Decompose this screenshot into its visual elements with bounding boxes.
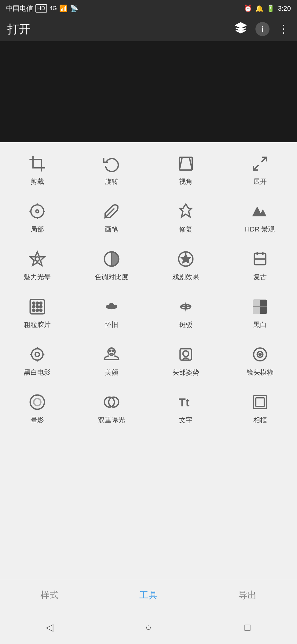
svg-point-34 <box>31 349 43 360</box>
system-nav: ◁ ○ □ <box>0 610 297 644</box>
svg-point-22 <box>36 302 38 304</box>
alarm-icon: ⏰ <box>244 5 252 13</box>
crop-icon <box>28 154 47 173</box>
status-bar: 中国电信 HD 4G 📶 📡 ⏰ 🔔 🔋 3:20 <box>0 0 297 17</box>
head-icon <box>176 345 196 364</box>
tool-label-frame: 相框 <box>253 416 267 425</box>
more-icon[interactable]: ⋮ <box>278 23 290 35</box>
tool-item-expand[interactable]: 展开 <box>223 145 297 193</box>
text-icon: Tt <box>176 392 196 412</box>
expand-icon <box>250 154 270 173</box>
layers-icon[interactable] <box>235 22 247 37</box>
perspective-icon <box>176 154 196 173</box>
glamour-icon <box>28 249 47 269</box>
home-button[interactable]: ○ <box>139 618 158 636</box>
tool-item-bw[interactable]: 黑白 <box>223 288 297 336</box>
bw-icon <box>250 297 270 316</box>
tool-item-hdr[interactable]: HDR 景观 <box>223 193 297 241</box>
svg-point-25 <box>36 306 38 308</box>
tool-item-nostalgia[interactable]: 怀旧 <box>74 288 148 336</box>
tool-item-rotate[interactable]: 旋转 <box>74 145 148 193</box>
tool-item-vignette[interactable]: 晕影 <box>0 384 74 431</box>
status-right: ⏰ 🔔 🔋 3:20 <box>244 5 291 13</box>
svg-point-23 <box>40 302 42 304</box>
svg-point-5 <box>31 205 44 218</box>
nav-export[interactable]: 导出 <box>226 586 269 605</box>
tool-item-crop[interactable]: 剪裁 <box>0 145 74 193</box>
hd-badge: HD <box>35 4 47 13</box>
tool-item-bwfilm[interactable]: 黑白电影 <box>0 336 74 384</box>
nav-style[interactable]: 样式 <box>28 586 71 605</box>
tool-item-frame[interactable]: 相框 <box>223 384 297 431</box>
svg-point-41 <box>109 350 111 352</box>
svg-point-26 <box>40 306 42 308</box>
tool-label-vignette: 晕影 <box>31 416 44 425</box>
tool-item-head[interactable]: 头部姿势 <box>148 336 223 384</box>
tool-label-text: 文字 <box>179 416 193 425</box>
tool-item-brush[interactable]: 画笔 <box>74 193 148 241</box>
nav-tools[interactable]: 工具 <box>127 586 170 605</box>
tool-label-local: 局部 <box>31 225 44 234</box>
tools-grid: 剪裁 旋转 视角 展开 局部 画笔 修复 HDR 景观 魅力光晕 色调对比度 戏… <box>0 145 297 431</box>
tool-label-drama: 戏剧效果 <box>172 272 199 282</box>
tool-item-beauty[interactable]: 美颜 <box>74 336 148 384</box>
page-title: 打开 <box>7 21 31 37</box>
tool-label-repair: 修复 <box>179 225 193 234</box>
svg-point-49 <box>34 398 41 405</box>
tool-item-local[interactable]: 局部 <box>0 193 74 241</box>
tool-item-repair[interactable]: 修复 <box>148 193 223 241</box>
top-bar-actions: i ⋮ <box>235 22 290 37</box>
tool-item-retro[interactable]: 复古 <box>223 241 297 288</box>
repair-icon <box>176 202 196 221</box>
tool-item-leopard[interactable]: 斑驳 <box>148 288 223 336</box>
tool-label-rotate: 旋转 <box>105 177 118 186</box>
recent-button[interactable]: □ <box>238 618 257 636</box>
svg-point-28 <box>36 309 38 311</box>
nostalgia-icon <box>102 297 121 316</box>
tool-label-beauty: 美颜 <box>105 368 118 377</box>
tool-item-text[interactable]: Tt 文字 <box>148 384 223 431</box>
bottom-nav: 样式 工具 导出 <box>0 580 297 610</box>
tool-label-glamour: 魅力光晕 <box>24 272 51 282</box>
tool-item-grain[interactable]: 粗粒胶片 <box>0 288 74 336</box>
svg-line-3 <box>261 157 266 162</box>
tool-item-dblexp[interactable]: 双重曝光 <box>74 384 148 431</box>
svg-point-47 <box>259 353 261 356</box>
svg-line-11 <box>104 209 114 219</box>
carrier-label: 中国电信 <box>6 4 33 13</box>
frame-icon <box>250 392 270 412</box>
info-icon[interactable]: i <box>255 22 270 36</box>
grain-icon <box>28 297 47 316</box>
signal-4g: 4G <box>50 5 57 12</box>
drama-icon <box>176 249 196 269</box>
vignette-icon <box>28 392 47 412</box>
tool-item-tone[interactable]: 色调对比度 <box>74 241 148 288</box>
time-label: 3:20 <box>278 5 291 13</box>
svg-point-24 <box>32 306 35 308</box>
battery-icon: 🔋 <box>266 5 275 13</box>
svg-point-44 <box>183 351 189 357</box>
hdr-icon <box>250 202 270 221</box>
tool-item-perspective[interactable]: 视角 <box>148 145 223 193</box>
dblexp-icon <box>102 392 121 412</box>
beauty-icon <box>102 345 121 364</box>
lenblur-icon <box>250 345 270 364</box>
tool-item-drama[interactable]: 戏剧效果 <box>148 241 223 288</box>
back-button[interactable]: ◁ <box>40 618 59 636</box>
tool-label-grain: 粗粒胶片 <box>24 320 51 329</box>
wifi-icon: 📡 <box>70 5 78 13</box>
rotate-icon <box>102 154 121 173</box>
tool-item-glamour[interactable]: 魅力光晕 <box>0 241 74 288</box>
leopard-icon <box>176 297 196 316</box>
svg-point-21 <box>32 302 35 304</box>
tool-label-head: 头部姿势 <box>172 368 199 377</box>
tool-label-lenblur: 镜头模糊 <box>247 368 273 377</box>
bell-icon: 🔔 <box>255 5 263 13</box>
tool-label-dblexp: 双重曝光 <box>98 416 125 425</box>
svg-point-27 <box>32 309 35 311</box>
tool-label-leopard: 斑驳 <box>179 320 193 329</box>
local-icon <box>28 202 47 221</box>
image-preview-area <box>0 41 297 142</box>
tool-item-lenblur[interactable]: 镜头模糊 <box>223 336 297 384</box>
svg-line-4 <box>254 165 258 170</box>
